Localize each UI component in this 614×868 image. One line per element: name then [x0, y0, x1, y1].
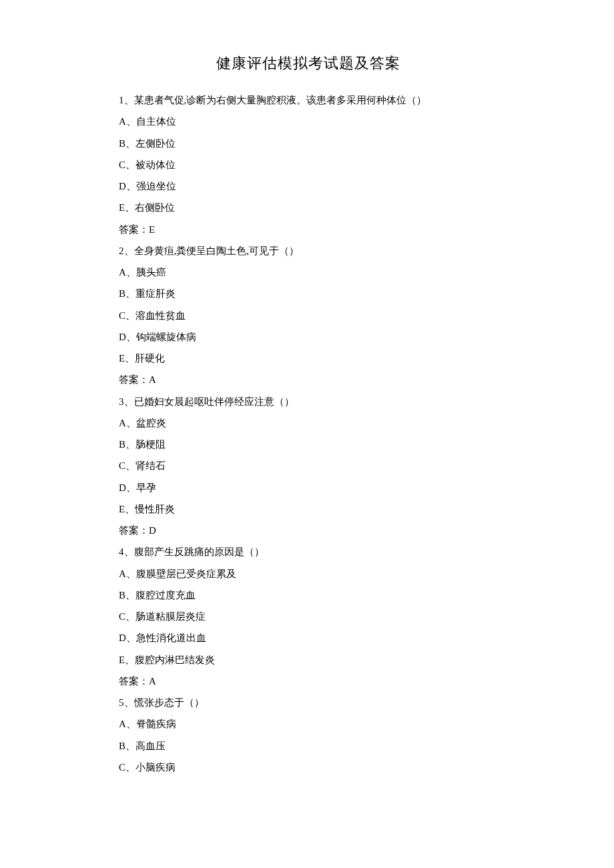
- document-title: 健康评估模拟考试题及答案: [119, 53, 497, 73]
- question-option: B、左侧卧位: [119, 133, 497, 154]
- question-option: B、重症肝炎: [119, 283, 497, 304]
- question-stem: 2、全身黄疸,粪便呈白陶土色,可见于（）: [119, 240, 497, 262]
- question-option: B、高血压: [119, 735, 497, 757]
- question-stem: 5、慌张步态于（）: [119, 692, 497, 713]
- question-option: C、小脑疾病: [119, 757, 497, 778]
- question-option: D、急性消化道出血: [119, 627, 497, 648]
- question-stem: 3、已婚妇女晨起呕吐伴停经应注意（）: [119, 391, 497, 412]
- question-option: B、肠梗阻: [119, 434, 497, 455]
- question-answer: 答案：A: [119, 369, 497, 390]
- question-option: A、脊髓疾病: [119, 713, 497, 735]
- answer-label: 答案：: [119, 224, 149, 235]
- question-option: A、腹膜壁层已受炎症累及: [119, 563, 497, 584]
- question-option: C、溶血性贫血: [119, 305, 497, 326]
- document-page: 健康评估模拟考试题及答案 1、某患者气促,诊断为右侧大量胸腔积液。该患者多采用何…: [0, 0, 614, 805]
- question-option: E、慢性肝炎: [119, 498, 497, 520]
- question-stem: 4、腹部产生反跳痛的原因是（）: [119, 541, 497, 562]
- question-answer: 答案：E: [119, 219, 497, 240]
- answer-label: 答案：: [119, 525, 149, 536]
- answer-value: E: [149, 224, 155, 235]
- answer-label: 答案：: [119, 676, 149, 687]
- question-option: D、钩端螺旋体病: [119, 326, 497, 348]
- question-option: D、强迫坐位: [119, 175, 497, 197]
- document-body: 1、某患者气促,诊断为右侧大量胸腔积液。该患者多采用何种体位（）A、自主体位B、…: [119, 89, 497, 778]
- question-option: E、肝硬化: [119, 348, 497, 369]
- question-option: C、被动体位: [119, 154, 497, 175]
- question-answer: 答案：D: [119, 520, 497, 541]
- answer-value: A: [149, 676, 156, 687]
- answer-label: 答案：: [119, 374, 149, 385]
- question-option: B、腹腔过度充血: [119, 584, 497, 606]
- answer-value: A: [149, 374, 156, 385]
- question-stem: 1、某患者气促,诊断为右侧大量胸腔积液。该患者多采用何种体位（）: [119, 89, 497, 111]
- question-option: A、胰头癌: [119, 262, 497, 283]
- question-answer: 答案：A: [119, 671, 497, 692]
- question-option: A、自主体位: [119, 111, 497, 132]
- question-option: E、腹腔内淋巴结发炎: [119, 649, 497, 671]
- question-option: A、盆腔炎: [119, 412, 497, 434]
- question-option: D、早孕: [119, 477, 497, 498]
- answer-value: D: [149, 525, 156, 536]
- question-option: C、肠道粘膜层炎症: [119, 606, 497, 627]
- question-option: E、右侧卧位: [119, 197, 497, 218]
- question-option: C、肾结石: [119, 455, 497, 476]
